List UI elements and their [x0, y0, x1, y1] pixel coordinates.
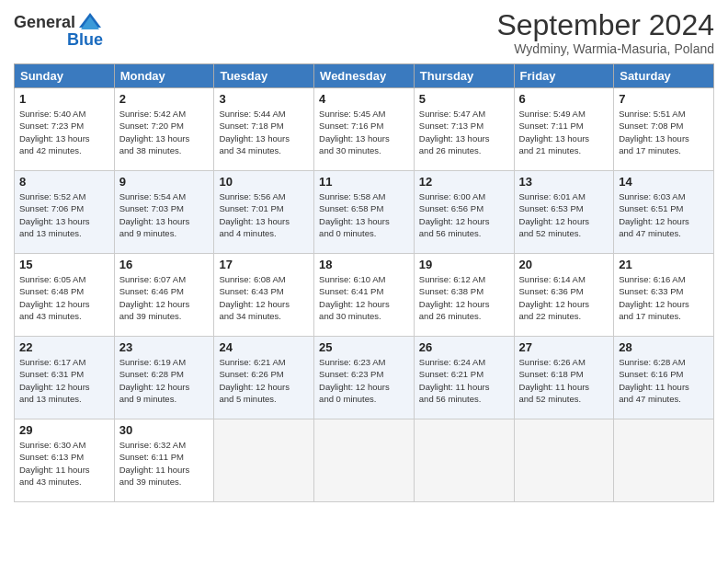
- day-number: 15: [19, 258, 109, 271]
- table-row: 18Sunrise: 6:10 AM Sunset: 6:41 PM Dayli…: [314, 254, 415, 337]
- day-detail: Sunrise: 6:17 AM Sunset: 6:31 PM Dayligh…: [19, 356, 109, 405]
- table-row: 6Sunrise: 5:49 AM Sunset: 7:11 PM Daylig…: [514, 88, 614, 171]
- day-detail: Sunrise: 5:52 AM Sunset: 7:06 PM Dayligh…: [19, 190, 109, 239]
- calendar-container: General Blue September 2024 Wydminy, War…: [0, 0, 728, 516]
- day-number: 14: [619, 175, 709, 189]
- table-row: 7Sunrise: 5:51 AM Sunset: 7:08 PM Daylig…: [614, 88, 714, 171]
- month-title: September 2024: [496, 9, 714, 41]
- header-row: Sunday Monday Tuesday Wednesday Thursday…: [15, 64, 714, 88]
- table-row: 1Sunrise: 5:40 AM Sunset: 7:23 PM Daylig…: [15, 88, 115, 171]
- day-number: 17: [219, 258, 309, 271]
- day-number: 29: [19, 423, 109, 437]
- day-detail: Sunrise: 5:40 AM Sunset: 7:23 PM Dayligh…: [19, 108, 109, 156]
- day-number: 12: [419, 175, 509, 189]
- day-detail: Sunrise: 6:03 AM Sunset: 6:51 PM Dayligh…: [619, 190, 709, 239]
- day-detail: Sunrise: 6:26 AM Sunset: 6:18 PM Dayligh…: [519, 356, 609, 405]
- day-detail: Sunrise: 5:51 AM Sunset: 7:08 PM Dayligh…: [619, 108, 709, 156]
- col-sunday: Sunday: [15, 64, 115, 88]
- day-detail: Sunrise: 6:00 AM Sunset: 6:56 PM Dayligh…: [419, 190, 509, 239]
- day-detail: Sunrise: 5:58 AM Sunset: 6:58 PM Dayligh…: [319, 190, 409, 239]
- day-number: 24: [219, 340, 309, 354]
- day-detail: Sunrise: 6:28 AM Sunset: 6:16 PM Dayligh…: [619, 356, 709, 405]
- day-detail: Sunrise: 6:10 AM Sunset: 6:41 PM Dayligh…: [319, 273, 409, 322]
- day-number: 8: [19, 175, 109, 189]
- table-row: 22Sunrise: 6:17 AM Sunset: 6:31 PM Dayli…: [15, 337, 115, 419]
- table-row: 28Sunrise: 6:28 AM Sunset: 6:16 PM Dayli…: [614, 337, 714, 419]
- day-number: 5: [419, 92, 509, 106]
- table-row: 30Sunrise: 6:32 AM Sunset: 6:11 PM Dayli…: [114, 419, 214, 502]
- table-row: 11Sunrise: 5:58 AM Sunset: 6:58 PM Dayli…: [314, 171, 415, 254]
- table-row: 16Sunrise: 6:07 AM Sunset: 6:46 PM Dayli…: [114, 254, 214, 337]
- day-detail: Sunrise: 6:16 AM Sunset: 6:33 PM Dayligh…: [619, 273, 709, 322]
- table-row: 15Sunrise: 6:05 AM Sunset: 6:48 PM Dayli…: [15, 254, 115, 337]
- day-number: 16: [119, 258, 210, 271]
- day-number: 9: [119, 175, 210, 189]
- table-row: 24Sunrise: 6:21 AM Sunset: 6:26 PM Dayli…: [214, 337, 314, 419]
- week-row: 1Sunrise: 5:40 AM Sunset: 7:23 PM Daylig…: [15, 88, 714, 171]
- day-detail: Sunrise: 5:44 AM Sunset: 7:18 PM Dayligh…: [219, 108, 309, 156]
- day-number: 3: [219, 92, 309, 106]
- day-number: 2: [119, 92, 210, 106]
- day-number: 19: [419, 258, 509, 271]
- table-row: 25Sunrise: 6:23 AM Sunset: 6:23 PM Dayli…: [314, 337, 415, 419]
- table-row: 29Sunrise: 6:30 AM Sunset: 6:13 PM Dayli…: [15, 419, 115, 502]
- week-row: 22Sunrise: 6:17 AM Sunset: 6:31 PM Dayli…: [15, 337, 714, 419]
- table-row: [414, 419, 514, 502]
- table-row: 26Sunrise: 6:24 AM Sunset: 6:21 PM Dayli…: [414, 337, 514, 419]
- day-detail: Sunrise: 6:07 AM Sunset: 6:46 PM Dayligh…: [119, 273, 210, 322]
- day-detail: Sunrise: 6:08 AM Sunset: 6:43 PM Dayligh…: [219, 273, 309, 322]
- day-detail: Sunrise: 5:45 AM Sunset: 7:16 PM Dayligh…: [319, 108, 409, 156]
- table-row: 10Sunrise: 5:56 AM Sunset: 7:01 PM Dayli…: [214, 171, 314, 254]
- day-number: 10: [219, 175, 309, 189]
- day-number: 23: [119, 340, 210, 354]
- day-number: 22: [19, 340, 109, 354]
- day-number: 20: [519, 258, 609, 271]
- week-row: 8Sunrise: 5:52 AM Sunset: 7:06 PM Daylig…: [15, 171, 714, 254]
- day-number: 26: [419, 340, 509, 354]
- day-detail: Sunrise: 6:01 AM Sunset: 6:53 PM Dayligh…: [519, 190, 609, 239]
- day-detail: Sunrise: 5:47 AM Sunset: 7:13 PM Dayligh…: [419, 108, 509, 156]
- title-block: September 2024 Wydminy, Warmia-Masuria, …: [496, 9, 714, 56]
- table-row: 13Sunrise: 6:01 AM Sunset: 6:53 PM Dayli…: [514, 171, 614, 254]
- logo-blue: Blue: [67, 31, 103, 48]
- table-row: 17Sunrise: 6:08 AM Sunset: 6:43 PM Dayli…: [214, 254, 314, 337]
- table-row: [314, 419, 415, 502]
- day-number: 7: [619, 92, 709, 106]
- table-row: 3Sunrise: 5:44 AM Sunset: 7:18 PM Daylig…: [214, 88, 314, 171]
- day-detail: Sunrise: 6:12 AM Sunset: 6:38 PM Dayligh…: [419, 273, 509, 322]
- day-detail: Sunrise: 5:56 AM Sunset: 7:01 PM Dayligh…: [219, 190, 309, 239]
- day-number: 13: [519, 175, 609, 189]
- col-friday: Friday: [514, 64, 614, 88]
- day-number: 25: [319, 340, 409, 354]
- col-saturday: Saturday: [614, 64, 714, 88]
- day-detail: Sunrise: 5:42 AM Sunset: 7:20 PM Dayligh…: [119, 108, 210, 156]
- table-row: 14Sunrise: 6:03 AM Sunset: 6:51 PM Dayli…: [614, 171, 714, 254]
- col-thursday: Thursday: [414, 64, 514, 88]
- table-row: 12Sunrise: 6:00 AM Sunset: 6:56 PM Dayli…: [414, 171, 514, 254]
- day-number: 28: [619, 340, 709, 354]
- day-detail: Sunrise: 6:21 AM Sunset: 6:26 PM Dayligh…: [219, 356, 309, 405]
- day-number: 1: [19, 92, 109, 106]
- day-detail: Sunrise: 6:14 AM Sunset: 6:36 PM Dayligh…: [519, 273, 609, 322]
- week-row: 15Sunrise: 6:05 AM Sunset: 6:48 PM Dayli…: [15, 254, 714, 337]
- table-row: 9Sunrise: 5:54 AM Sunset: 7:03 PM Daylig…: [114, 171, 214, 254]
- day-detail: Sunrise: 6:30 AM Sunset: 6:13 PM Dayligh…: [19, 439, 109, 488]
- calendar-table: Sunday Monday Tuesday Wednesday Thursday…: [14, 63, 714, 502]
- table-row: [614, 419, 714, 502]
- col-monday: Monday: [114, 64, 214, 88]
- day-number: 6: [519, 92, 609, 106]
- table-row: [514, 419, 614, 502]
- day-detail: Sunrise: 5:49 AM Sunset: 7:11 PM Dayligh…: [519, 108, 609, 156]
- table-row: 20Sunrise: 6:14 AM Sunset: 6:36 PM Dayli…: [514, 254, 614, 337]
- table-row: 27Sunrise: 6:26 AM Sunset: 6:18 PM Dayli…: [514, 337, 614, 419]
- table-row: 23Sunrise: 6:19 AM Sunset: 6:28 PM Dayli…: [114, 337, 214, 419]
- col-wednesday: Wednesday: [314, 64, 415, 88]
- day-number: 11: [319, 175, 409, 189]
- table-row: 2Sunrise: 5:42 AM Sunset: 7:20 PM Daylig…: [114, 88, 214, 171]
- table-row: 21Sunrise: 6:16 AM Sunset: 6:33 PM Dayli…: [614, 254, 714, 337]
- day-detail: Sunrise: 6:23 AM Sunset: 6:23 PM Dayligh…: [319, 356, 409, 405]
- table-row: 8Sunrise: 5:52 AM Sunset: 7:06 PM Daylig…: [15, 171, 115, 254]
- col-tuesday: Tuesday: [214, 64, 314, 88]
- table-row: 19Sunrise: 6:12 AM Sunset: 6:38 PM Dayli…: [414, 254, 514, 337]
- day-number: 27: [519, 340, 609, 354]
